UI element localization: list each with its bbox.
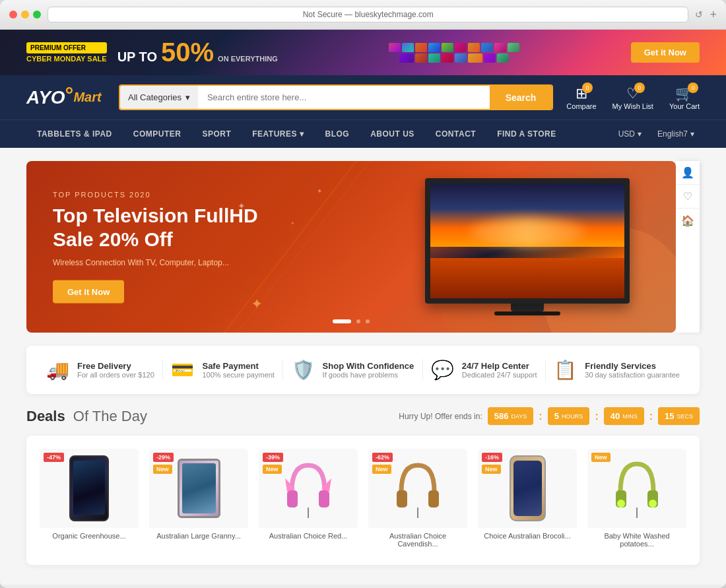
search-bar: All Categories ▾ Search [119,84,553,110]
product-badge-5: -16% [482,453,502,462]
new-tab-icon[interactable]: + [710,8,717,22]
product-card-3[interactable]: -39% New Australian Cho [259,449,358,552]
feature-payment-title: Safe Payment [202,361,274,371]
logo[interactable]: AYO°Mart [26,85,106,110]
nav-item-contact[interactable]: CONTACT [425,120,486,148]
home-icon-button[interactable]: 🏠 [676,209,700,232]
cart-icon: 🛒 0 [675,85,693,102]
slider-dot-3[interactable] [366,319,370,323]
timer-secs: 15 SECS [658,407,700,425]
hero-cta-button[interactable]: Get it Now [53,280,124,304]
promo-on: ON EVERYTHING [218,55,278,63]
nav-item-blog[interactable]: BLOG [315,120,360,148]
nav-label-about: ABOUT US [370,129,414,139]
feature-services-desc: 30 day satisfaction guarantee [585,371,680,379]
minimize-btn[interactable] [21,11,29,18]
nav-label-sport: SPORT [202,129,231,139]
help-icon: 💬 [431,359,454,381]
slider-dot-active[interactable] [333,319,351,323]
header: AYO°Mart All Categories ▾ Search ⊞ 0 Com… [0,75,726,119]
feature-delivery-desc: For all orders over $120 [77,371,154,379]
hero-content: TOP PRODUCTS 2020 Top Television FullHD … [53,191,258,304]
nav-item-computer[interactable]: COMPUTER [123,120,192,148]
tablet-shape [178,459,220,518]
product-card-6[interactable]: New Baby White Washed potatoes... [587,449,686,552]
svg-rect-5 [397,490,407,507]
divider-2 [282,359,283,381]
feature-payment-desc: 100% secure payment [202,371,274,379]
product-card-2[interactable]: -29% New Australian Large Granny... [149,449,248,552]
currency-arrow-icon: ▾ [638,129,642,139]
compare-action[interactable]: ⊞ 0 Compare [566,85,596,110]
product-new-badge-2: New [153,465,172,474]
nav-item-about[interactable]: ABOUT US [360,120,425,148]
reload-icon[interactable]: ↺ [695,9,703,20]
svg-point-11 [649,500,657,507]
close-btn[interactable] [9,11,17,18]
timer-sep-2: : [595,410,598,422]
timer-days-label: DAYS [511,413,527,420]
currency-selector[interactable]: USD ▾ [613,125,647,143]
window-controls [9,11,41,18]
divider-1 [162,359,163,381]
language-selector[interactable]: English7 ▾ [652,125,700,143]
promo-cta-button[interactable]: Get it Now [631,42,700,63]
hero-tag: TOP PRODUCTS 2020 [53,191,258,199]
cart-badge: 0 [688,82,698,93]
hero-tv [425,178,630,315]
deals-title-main: Deals [26,408,65,424]
deals-title-sub: Of The Day [73,408,147,424]
feature-services: 📋 Friendly Services 30 day satisfaction … [554,359,680,381]
nav-label-tablets: TABBLETS & IPAD [37,129,112,139]
keyboard-decoration [368,43,540,63]
compare-badge: 0 [582,82,593,93]
category-arrow-icon: ▾ [185,92,190,102]
feature-delivery: 🚚 Free Delivery For all orders over $120 [46,359,154,381]
product-title-2: Australian Large Granny... [149,528,248,544]
nav-item-sport[interactable]: SPORT [191,120,242,148]
timer-sep-3: : [649,410,653,422]
iphone-shape [510,455,546,521]
feature-confidence-text: Shop With Confidence If goods have probl… [323,361,414,379]
phone-shape [69,455,109,521]
hero-subtitle: Wireless Connection With TV, Computer, L… [53,258,258,267]
divider-4 [545,359,546,381]
cart-action[interactable]: 🛒 0 Your Cart [669,85,700,110]
nav-item-features[interactable]: FEATURES ▾ [242,120,314,148]
products-grid: -47% Organic Greenhouse... -29% New [26,436,700,565]
search-button[interactable]: Search [490,86,552,109]
tv-screen [425,178,630,304]
svg-rect-2 [287,490,298,507]
language-label: English7 [657,129,688,139]
features-arrow-icon: ▾ [300,129,304,139]
product-title-3: Australian Choice Red... [259,528,358,544]
product-card-5[interactable]: -16% New Choice Australian Brocoli... [478,449,577,552]
feature-confidence: 🛡️ Shop With Confidence If goods have pr… [292,359,414,381]
product-card-1[interactable]: -47% Organic Greenhouse... [40,449,139,552]
nav-item-tablets[interactable]: TABBLETS & IPAD [26,120,123,148]
user-icon-button[interactable]: 👤 [676,161,700,185]
category-dropdown[interactable]: All Categories ▾ [120,86,198,109]
currency-label: USD [618,129,635,139]
nav-item-findstore[interactable]: FIND A STORE [486,120,567,148]
feature-help: 💬 24/7 Help Center Dedicated 24/7 suppor… [431,359,537,381]
compare-icon: ⊞ 0 [576,85,587,102]
product-badge-1: -47% [44,453,64,462]
heart-icon-button[interactable]: ♡ [676,185,700,209]
maximize-btn[interactable] [33,11,41,18]
slider-dot-2[interactable] [356,319,360,323]
wishlist-icon: ♡ 0 [626,85,640,102]
logo-dot: ° [65,82,74,107]
timer-days-val: 586 [494,411,509,421]
address-bar[interactable]: Not Secure — blueskytechmage.com [48,7,688,22]
services-icon: 📋 [554,359,577,381]
product-title-1: Organic Greenhouse... [40,528,139,544]
product-img-6: New [587,449,686,528]
product-card-4[interactable]: -62% New Australian Choice Cavendish... [368,449,467,552]
language-arrow-icon: ▾ [690,129,694,139]
wishlist-action[interactable]: ♡ 0 My Wish List [612,85,653,110]
nav-label-computer: COMPUTER [133,129,182,139]
svg-point-10 [617,500,625,507]
search-input[interactable] [198,86,490,109]
product-img-5: -16% New [478,449,577,528]
